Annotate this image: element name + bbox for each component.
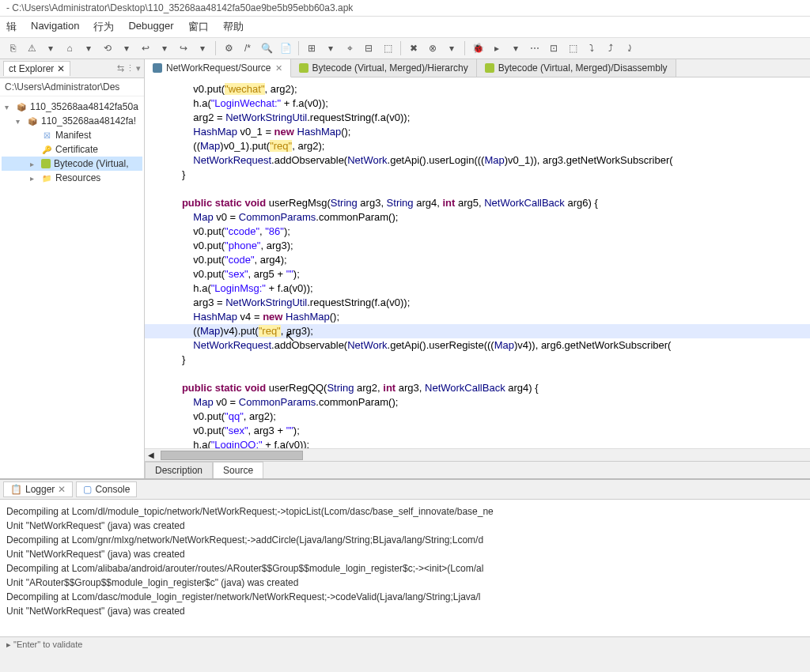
tb-target-icon[interactable]: ⌖ [342,40,358,56]
menu-navigation[interactable]: Navigation [31,20,79,34]
logger-output[interactable]: Decompiling at Lcom/dl/module_topic/netw… [0,500,810,636]
android-icon [299,63,308,73]
tab-label: Bytecode (Virtual, Merged)/Hierarchy [312,62,468,74]
tb-fwd-icon[interactable]: ↪ [176,40,191,56]
explorer-tab[interactable]: ct Explorer ✕ [3,61,70,76]
tb-sep [464,41,465,55]
tree-pkg-label: 110_35268aa48142fa! [41,115,136,126]
explorer-link-icon[interactable]: ⇆ [117,63,124,74]
tb-doc-icon[interactable]: 📄 [278,40,293,56]
log-line: Decompiling at Lcom/dl/module_topic/netw… [6,504,804,519]
java-icon [153,63,162,73]
tb-refresh-icon[interactable]: ⟲ [100,40,115,56]
menu-behavior[interactable]: 行为 [93,20,114,34]
console-icon: ▢ [83,484,92,495]
tb-stepover-icon[interactable]: ⤸ [622,40,638,56]
explorer-menu-icon[interactable]: ⋮ [126,63,134,74]
tree-root[interactable]: ▾ 📦 110_35268aa48142fa50a [2,100,142,114]
expand-icon[interactable]: ▸ [30,160,38,168]
tb-back-icon[interactable]: ↩ [138,40,153,56]
android-icon [41,159,51,168]
tb-gear-icon[interactable]: ⚙ [221,40,237,56]
tab-label: Bytecode (Virtual, Merged)/Disassembly [498,62,668,74]
cert-icon: 🔑 [41,144,52,155]
tree-certificate[interactable]: 🔑 Certificate [2,142,142,157]
tb-home-icon[interactable]: ⌂ [62,40,78,56]
explorer-min-icon[interactable]: ▾ [136,63,141,74]
tree-resources[interactable]: ▸ 📁 Resources [2,171,142,185]
log-line: Decompiling at Lcom/gnr/mlxg/network/Net… [6,533,804,547]
tb-close-icon[interactable]: ✖ [406,40,422,56]
project-icon: 📦 [16,101,27,112]
menu-edit[interactable]: 辑 [6,20,17,34]
tb-comment-icon[interactable]: /* [240,40,255,56]
expand-icon[interactable]: ▾ [5,103,13,111]
log-line: Unit "NetWorkRequest" (java) was created [6,519,804,533]
tab-console[interactable]: ▢ Console [76,481,137,497]
tab-close-icon[interactable]: ✕ [275,63,282,74]
explorer-path: C:\Users\Administrator\Des [0,78,144,96]
tb-drop7-icon[interactable]: ▾ [444,40,460,56]
tab-bytecode-hierarchy[interactable]: Bytecode (Virtual, Merged)/Hierarchy [291,59,477,77]
logger-icon: 📋 [10,484,22,495]
manifest-icon: ☒ [41,130,52,141]
tb-minus-icon[interactable]: ⊟ [361,40,377,56]
tb-debug-icon[interactable]: 🐞 [470,40,486,56]
tb-drop-icon[interactable]: ▾ [43,40,59,56]
tree-resources-label: Resources [55,172,100,183]
menu-help[interactable]: 帮助 [223,20,244,34]
tb-drop2-icon[interactable]: ▾ [81,40,97,56]
toolbar: ⎘ ⚠ ▾ ⌂ ▾ ⟲ ▾ ↩ ▾ ↪ ▾ ⚙ /* 🔍 📄 ⊞ ▾ ⌖ ⊟ ⬚… [0,38,810,59]
scrollbar-thumb[interactable] [161,451,303,460]
tb-stepin-icon[interactable]: ⤵ [584,40,600,56]
tb-drop3-icon[interactable]: ▾ [119,40,134,56]
tab-bytecode-disassembly[interactable]: Bytecode (Virtual, Merged)/Disassembly [477,59,676,77]
tb-grid-icon[interactable]: ⊞ [304,40,320,56]
tb-drop4-icon[interactable]: ▾ [157,40,172,56]
tree-manifest[interactable]: ☒ Manifest [2,128,142,142]
log-line: Unit "ARouter$$Group$$module_login_regis… [6,576,804,590]
scroll-left-icon[interactable]: ◀ [148,451,154,459]
tb-search-icon[interactable]: 🔍 [259,40,274,56]
menu-debugger[interactable]: Debugger [128,20,173,34]
tb-drop5-icon[interactable]: ▾ [195,40,210,56]
tab-logger-label: Logger [25,484,55,495]
editor-tabs: NetWorkRequest/Source ✕ Bytecode (Virtua… [145,59,810,77]
tab-description[interactable]: Description [145,462,213,478]
log-line: Decompiling at Lcom/dasc/module_login_re… [6,590,804,604]
tb-run-icon[interactable]: ▸ [489,40,505,56]
tb-box-icon[interactable]: ⬚ [380,40,396,56]
menubar: 辑 Navigation 行为 Debugger 窗口 帮助 [0,17,810,38]
menu-window[interactable]: 窗口 [188,20,209,34]
expand-icon[interactable]: ▾ [16,117,24,126]
explorer-tab-label: ct Explorer [9,63,54,74]
tb-drop8-icon[interactable]: ▾ [508,40,524,56]
tree-manifest-label: Manifest [55,130,91,141]
tb-sep [215,41,216,55]
tree-package[interactable]: ▾ 📦 110_35268aa48142fa! [2,114,142,128]
statusbar: ▸ "Enter" to validate [0,636,810,652]
tb-copy-icon[interactable]: ⎘ [5,40,21,56]
source-editor[interactable]: v0.put("wechat", arg2); h.a("LoginWechat… [145,77,810,448]
horizontal-scrollbar[interactable]: ◀ [145,448,810,461]
tree-root-label: 110_35268aa48142fa50a [30,101,138,112]
tb-frame2-icon[interactable]: ⬚ [565,40,581,56]
tab-networkrequest-source[interactable]: NetWorkRequest/Source ✕ [145,59,291,77]
tab-logger[interactable]: 📋 Logger ✕ [3,481,73,497]
expand-icon[interactable]: ▸ [30,174,38,183]
tab-close-icon[interactable]: ✕ [58,484,66,495]
log-line: Unit "NetWorkRequest" (java) was created [6,547,804,561]
tb-more-icon[interactable]: ⋯ [527,40,543,56]
tb-drop6-icon[interactable]: ▾ [323,40,339,56]
tb-warn-icon[interactable]: ⚠ [24,40,40,56]
tb-sep [298,41,299,55]
tab-label: NetWorkRequest/Source [166,62,271,74]
editor-bottom-tabs: Description Source [145,461,810,478]
tab-source[interactable]: Source [213,462,263,478]
explorer-tab-close-icon[interactable]: ✕ [57,63,65,74]
tree-bytecode[interactable]: ▸ Bytecode (Virtual, [2,157,142,171]
window-title: - C:\Users\Administrator\Desktop\110_352… [0,0,810,17]
tb-stepout-icon[interactable]: ⤴ [603,40,619,56]
tb-frame-icon[interactable]: ⊡ [546,40,562,56]
tb-stop-icon[interactable]: ⊗ [425,40,441,56]
